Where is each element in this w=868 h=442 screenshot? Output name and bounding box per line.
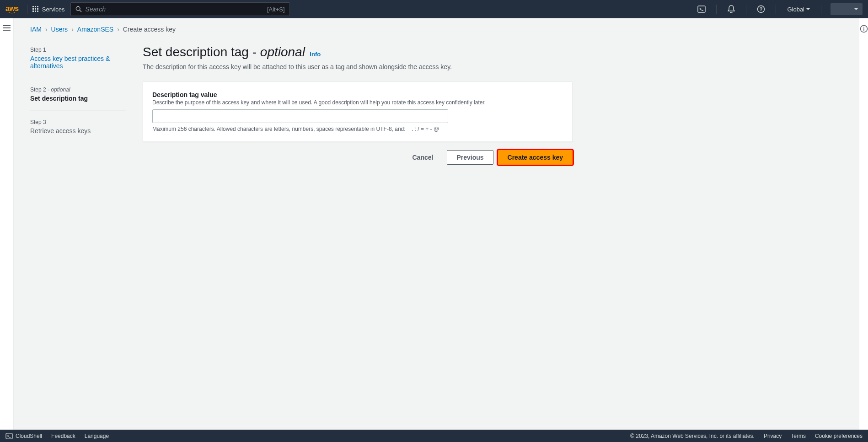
left-panel-toggle[interactable] [0,18,14,430]
nav-divider [27,5,27,14]
svg-rect-0 [32,6,34,7]
region-label: Global [787,6,804,13]
svg-rect-4 [35,8,36,10]
account-menu[interactable] [830,3,863,15]
breadcrumb-current: Create access key [123,26,176,33]
wizard-steps: Step 1 Access key best practices & alter… [30,37,126,165]
description-tag-input[interactable] [152,109,448,123]
svg-point-19 [863,27,864,28]
top-nav: aws Services [Alt+S] ? Global [0,0,868,18]
breadcrumb-users[interactable]: Users [51,26,68,33]
step2-current: Set description tag [30,95,126,102]
notifications-button[interactable] [723,0,739,18]
button-row: Cancel Previous Create access key [143,150,573,165]
nav-divider [821,5,821,14]
help-icon: ? [757,5,765,13]
bell-icon [728,5,735,13]
svg-rect-1 [35,6,36,7]
caret-down-icon [806,8,810,10]
help-button[interactable]: ? [753,0,769,18]
region-selector[interactable]: Global [782,6,814,13]
field-label: Description tag value [152,91,563,98]
aws-logo[interactable]: aws [5,5,22,14]
page-title: Set description tag - optional [143,45,305,59]
cloudshell-icon [697,5,706,13]
caret-down-icon [854,8,858,10]
svg-rect-3 [32,8,34,10]
page-description: The description for this access key will… [143,63,573,70]
info-link[interactable]: Info [310,51,321,58]
nav-divider [716,5,717,14]
field-description: Describe the purpose of this access key … [152,99,563,106]
previous-button[interactable]: Previous [447,150,493,165]
breadcrumb-iam[interactable]: IAM [30,26,42,33]
hamburger-icon [3,25,11,31]
step1-label: Step 1 [30,47,126,53]
info-circle-icon [860,25,868,33]
svg-line-10 [80,10,81,12]
chevron-right-icon: › [117,26,119,33]
svg-rect-7 [35,11,36,12]
search-shortcut: [Alt+S] [267,6,285,13]
svg-rect-5 [37,8,38,10]
svg-rect-8 [37,11,38,12]
breadcrumb: IAM › Users › AmazonSES › Create access … [14,18,859,37]
create-access-key-button[interactable]: Create access key [498,150,573,165]
field-constraint: Maximum 256 characters. Allowed characte… [152,126,563,132]
svg-text:?: ? [760,6,763,12]
search-icon [75,6,82,12]
step3-label: Step 3 [30,119,126,125]
form-panel: Description tag value Describe the purpo… [143,81,573,142]
services-menu-button[interactable]: Services [32,5,65,13]
step2-label: Step 2 - optional [30,86,126,93]
svg-point-9 [76,6,80,11]
cancel-button[interactable]: Cancel [403,150,443,165]
nav-divider [776,5,776,14]
step3-title: Retrieve access keys [30,127,126,135]
cloudshell-icon-button[interactable] [693,0,710,18]
right-panel-toggle[interactable] [859,18,868,430]
breadcrumb-amazonses[interactable]: AmazonSES [77,26,113,33]
search-container[interactable]: [Alt+S] [70,2,290,16]
chevron-right-icon: › [71,26,74,33]
svg-rect-6 [32,11,34,12]
grid-icon [32,5,39,13]
nav-divider [746,5,746,14]
chevron-right-icon: › [45,26,48,33]
step1-link[interactable]: Access key best practices & alternatives [30,55,126,70]
search-input[interactable] [86,5,267,13]
services-label: Services [42,6,65,13]
svg-rect-2 [37,6,38,7]
